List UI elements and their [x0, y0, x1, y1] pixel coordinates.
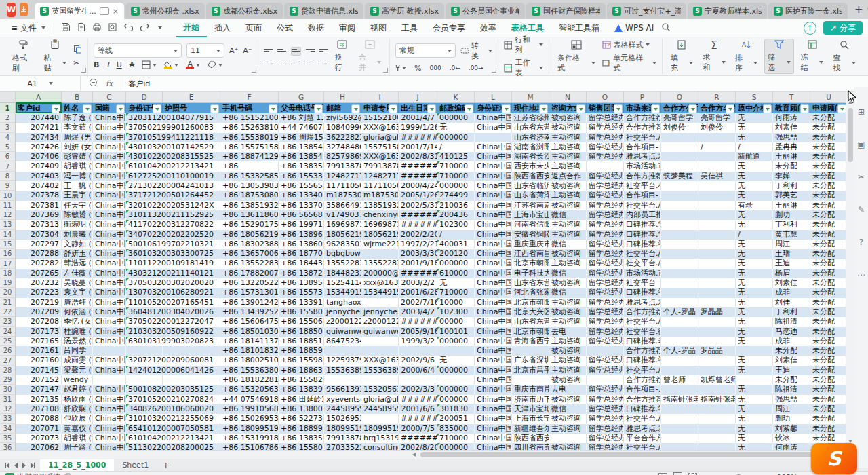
cell-N33[interactable]: 被动咨询	[549, 414, 587, 423]
font-dialog-launcher-icon[interactable]	[252, 68, 256, 73]
filter-dropdown-icon[interactable]	[153, 104, 161, 113]
cell-N11[interactable]: 被动咨询	[549, 201, 587, 210]
cell-R10[interactable]	[698, 191, 736, 200]
cell-R11[interactable]	[698, 201, 736, 210]
filter-dropdown-icon[interactable]	[389, 104, 397, 113]
menu-item-会员专享[interactable]: 会员专享	[425, 19, 473, 37]
cell-U20[interactable]: 未分配	[810, 288, 846, 297]
conditional-format-button[interactable]: 条件格式	[555, 39, 597, 74]
borders-button[interactable]	[142, 60, 157, 69]
cell-O11[interactable]: 留学总经办	[587, 201, 624, 210]
cell-C5[interactable]: China中国	[93, 142, 126, 152]
cell-Q25[interactable]	[661, 337, 698, 346]
cell-J34[interactable]: 2000/7/5	[399, 424, 437, 434]
cell-I20[interactable]: 153449155	[361, 288, 399, 297]
cell-H26[interactable]	[324, 346, 361, 356]
row-number[interactable]: 34	[0, 424, 16, 434]
cell-K16[interactable]: 200120	[437, 249, 475, 259]
menu-item-工具[interactable]: 工具	[394, 19, 425, 37]
cell-G4[interactable]: +86 周煜155380	[279, 133, 324, 142]
cell-B6[interactable]: 彭睿婧 (女	[62, 152, 93, 162]
cell-H32[interactable]: 244589596	[324, 404, 361, 414]
cell-A31[interactable]: 207135	[16, 395, 62, 404]
row-number[interactable]: 18	[0, 269, 16, 278]
cell-Q16[interactable]	[661, 249, 698, 259]
cell-N18[interactable]: 微信	[549, 269, 587, 278]
cell-D18[interactable]: 430321200211140121	[126, 269, 163, 278]
cell-I16[interactable]	[361, 249, 399, 259]
cell-H13[interactable]: 169698712	[324, 220, 361, 229]
cell-O30[interactable]: 留学总经办	[587, 385, 624, 394]
column-header-M[interactable]: M	[512, 92, 549, 103]
cell-N10[interactable]: 主动咨询	[549, 191, 587, 200]
cell-N29[interactable]: 被动咨询	[549, 375, 587, 385]
cell-J15[interactable]: 1997/2/21	[399, 240, 437, 249]
cell-P14[interactable]: 口碑推荐.学	[624, 230, 661, 240]
cell-I25[interactable]	[361, 337, 399, 346]
header-cell-U[interactable]: 申请顾问	[810, 103, 846, 113]
row-number[interactable]: 11	[0, 201, 16, 210]
cell-B19[interactable]: 吴晓蔓 (女	[62, 278, 93, 288]
cell-J7[interactable]: ########	[399, 162, 437, 171]
cell-L14[interactable]: China中国	[475, 230, 512, 240]
cell-A34[interactable]: 207071	[16, 424, 62, 434]
cell-S2[interactable]: 无	[736, 113, 773, 123]
cell-T33[interactable]: 蒯玏	[773, 414, 810, 423]
cell-B23[interactable]: 季忆 (女)	[62, 317, 93, 326]
cell-L3[interactable]: China中国	[475, 123, 512, 132]
cell-C26[interactable]	[93, 346, 126, 356]
cell-N30[interactable]: 去电	[549, 385, 587, 394]
cell-L27[interactable]: China中国	[475, 356, 512, 365]
cell-I21[interactable]	[361, 298, 399, 307]
cell-Q21[interactable]	[661, 298, 698, 307]
cell-C16[interactable]: China中国	[93, 249, 126, 259]
cell-F29[interactable]: +86 18182281	[220, 375, 279, 385]
cell-K9[interactable]: 000000	[437, 181, 475, 191]
cell-F3[interactable]: +86 15263810	[220, 123, 279, 132]
cell-S27[interactable]: 无	[736, 356, 773, 365]
cell-Q7[interactable]	[661, 162, 698, 171]
cell-B16[interactable]: 舒妍玉 (女	[62, 249, 93, 259]
cell-P28[interactable]: 社交平台./	[624, 366, 661, 375]
cell-G16[interactable]: +86 1877000215	[279, 249, 324, 259]
cell-K7[interactable]: 710000	[437, 162, 475, 171]
cell-A6[interactable]: 207406	[16, 152, 62, 162]
cell-P31[interactable]: 合作方推荐	[624, 395, 661, 404]
column-header-H[interactable]: H	[324, 92, 361, 103]
worksheet-button[interactable]: 工作表	[504, 58, 543, 78]
cell-H17[interactable]: 135522836	[324, 259, 361, 268]
prev-sheet-icon[interactable]	[14, 463, 18, 468]
cell-T23[interactable]: 陈祖清	[773, 317, 810, 326]
cell-F7[interactable]: +86	[220, 162, 279, 171]
sum-button[interactable]: Σ 求和	[700, 39, 728, 73]
row-number[interactable]: 35	[0, 434, 16, 443]
cell-A13[interactable]: 207313	[16, 220, 62, 229]
print-preview-icon[interactable]	[108, 22, 117, 34]
cell-J11[interactable]: 2002/5/31	[399, 201, 437, 210]
header-cell-K[interactable]: 邮政编码	[437, 103, 475, 113]
cell-R27[interactable]	[698, 356, 736, 365]
cell-G23[interactable]: +86 15506607386	[279, 317, 324, 326]
quick-access-caret-icon[interactable]	[158, 26, 162, 29]
header-cell-R[interactable]: 合作方名称	[698, 103, 736, 113]
cell-D31[interactable]: 370105200210270824	[126, 395, 163, 404]
cell-P8[interactable]: 合作方推荐	[624, 172, 661, 181]
cell-N36[interactable]: 被动咨询	[549, 443, 587, 450]
cell-F27[interactable]: +86 18002510	[220, 356, 279, 365]
cell-T35[interactable]: 钦冰	[773, 434, 810, 443]
cell-J2[interactable]: 2001/4/7	[399, 113, 437, 123]
cell-I32[interactable]: 244589596	[361, 404, 399, 414]
cell-S9[interactable]: 无	[736, 181, 773, 191]
cell-B11[interactable]: 任天宇 (女	[62, 201, 93, 210]
filter-dropdown-icon[interactable]	[427, 104, 436, 113]
cell-F26[interactable]: +86 18101832	[220, 346, 279, 356]
cell-R19[interactable]	[698, 278, 736, 288]
cell-U15[interactable]: 未分配	[810, 240, 846, 249]
cell-O7[interactable]	[587, 162, 624, 171]
filter-dropdown-icon[interactable]	[210, 104, 219, 113]
cell-O25[interactable]: 留学总经办	[587, 337, 624, 346]
cell-C7[interactable]: China中国	[93, 162, 126, 171]
cell-O9[interactable]: 留学总经办	[587, 181, 624, 191]
align-dialog-launcher-icon[interactable]	[383, 68, 388, 73]
filter-dropdown-icon[interactable]	[651, 104, 660, 113]
